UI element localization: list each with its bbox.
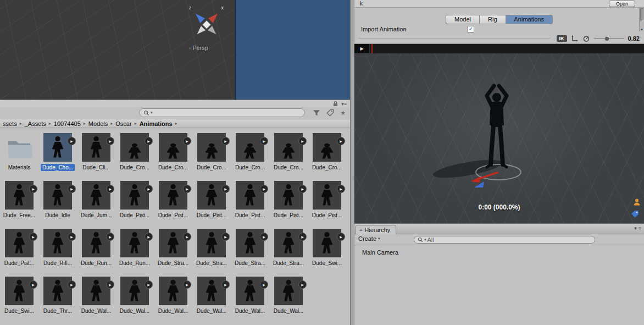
search-options-caret-icon[interactable]: ▾ <box>151 111 153 115</box>
asset-item-animation[interactable]: ▶ Dude_Pist... <box>154 181 192 229</box>
play-preview-icon[interactable]: ▶ <box>106 185 114 193</box>
play-preview-icon[interactable]: ▶ <box>68 233 76 241</box>
lock-icon[interactable] <box>333 101 338 107</box>
play-preview-icon[interactable]: ▶ <box>221 280 230 289</box>
asset-item-animation[interactable]: ▶ Dude_Jum... <box>77 181 115 229</box>
asset-item-animation[interactable]: ▶ Dude_Swi... <box>308 229 346 277</box>
play-preview-icon[interactable]: ▶ <box>183 137 191 145</box>
play-preview-icon[interactable]: ▶ <box>221 185 230 193</box>
tab-model[interactable]: Model <box>446 15 479 24</box>
hierarchy-search-input[interactable]: ▾ All <box>414 236 595 244</box>
play-preview-icon[interactable]: ▶ <box>298 233 307 241</box>
ik-toggle-button[interactable]: IK <box>557 35 567 42</box>
asset-item-animation[interactable]: ▶ Dude_Rifl... <box>38 229 77 277</box>
asset-item-animation[interactable]: ▶ Dude_Pist... <box>192 181 231 229</box>
play-preview-icon[interactable]: ▶ <box>68 185 76 193</box>
play-preview-icon[interactable]: ▶ <box>106 233 114 241</box>
asset-item-animation[interactable]: ▶ Dude_Pist... <box>115 181 154 229</box>
asset-item-animation[interactable]: ▶ Dude_Cro... <box>308 133 346 181</box>
hierarchy-item[interactable]: Main Camera <box>362 249 644 257</box>
asset-item-animation[interactable]: ▶ Dude_Pist... <box>308 181 346 229</box>
play-preview-icon[interactable]: ▶ <box>183 185 191 193</box>
asset-item-animation[interactable]: ▶ Dude_Cli... <box>77 133 115 181</box>
play-preview-icon[interactable]: ▶ <box>298 185 307 193</box>
asset-item-animation[interactable]: ▶ Dude_Pist... <box>269 181 308 229</box>
play-preview-icon[interactable]: ▶ <box>260 280 268 289</box>
asset-item-animation[interactable]: ▶ Dude_Thr... <box>38 277 77 324</box>
asset-item-animation[interactable]: ▶ Dude_Wal... <box>192 277 231 324</box>
asset-item-animation[interactable]: ▶ Dude_Cro... <box>115 133 154 181</box>
animation-preview-viewport[interactable]: 0:00 (000.0%) <box>354 53 644 224</box>
play-preview-icon[interactable]: ▶ <box>29 185 37 193</box>
asset-item-animation[interactable]: ▶ Dude_Wal... <box>231 277 269 324</box>
preview-timeline-slider[interactable] <box>359 38 551 39</box>
asset-item-animation[interactable]: ▶ Dude_Wal... <box>115 277 154 324</box>
play-preview-icon[interactable]: ▶ <box>260 185 268 193</box>
asset-item-animation[interactable]: ▶ Dude_Cro... <box>154 133 192 181</box>
tab-rig[interactable]: Rig <box>479 15 506 24</box>
search-filter-icon[interactable] <box>313 109 320 117</box>
play-preview-icon[interactable]: ▶ <box>145 280 153 289</box>
panel-menu-icon[interactable]: ▾≡ <box>341 101 347 107</box>
asset-item-animation[interactable]: ▶ Dude_Pist... <box>0 229 38 277</box>
scene-orientation-gizmo[interactable]: z x <box>181 3 232 44</box>
asset-item-animation[interactable]: ▶ Dude_Stra... <box>231 229 269 277</box>
gizmo-center-cube[interactable] <box>203 21 211 29</box>
gizmo-x-cone[interactable] <box>208 11 220 23</box>
asset-item-animation[interactable]: ▶ Dude_Stra... <box>192 229 231 277</box>
breadcrumb-item[interactable]: Animations ▸ <box>138 120 179 127</box>
play-preview-icon[interactable]: ▶ <box>106 137 114 145</box>
tag-icon[interactable] <box>631 210 639 218</box>
asset-item-folder[interactable]: Materials <box>0 133 38 181</box>
search-options-caret-icon[interactable]: ▾ <box>424 238 426 242</box>
hierarchy-panel-menu-icon[interactable]: ▾≡ <box>634 225 641 231</box>
play-preview-icon[interactable]: ▶ <box>145 233 153 241</box>
breadcrumb-item[interactable]: Models ▸ <box>87 120 114 127</box>
play-preview-icon[interactable]: ▶ <box>145 137 153 145</box>
asset-item-animation[interactable]: ▶ Dude_Wal... <box>154 277 192 324</box>
asset-item-animation[interactable]: ▶ Dude_Free... <box>0 181 38 229</box>
play-preview-icon[interactable]: ▶ <box>145 185 153 193</box>
create-button[interactable]: Create ▾ <box>358 235 380 242</box>
asset-item-animation[interactable]: ▶ Dude_Wal... <box>269 277 308 324</box>
gizmo-neg-cone-right[interactable] <box>208 26 218 36</box>
asset-item-animation[interactable]: ▶ Dude_Stra... <box>269 229 308 277</box>
asset-item-animation[interactable]: ▶ Dude_Swi... <box>0 277 38 324</box>
scene-projection-toggle[interactable]: ‹Persp <box>189 45 208 51</box>
game-view-panel[interactable] <box>235 0 350 100</box>
play-preview-icon[interactable]: ▶ <box>337 137 345 145</box>
asset-item-animation[interactable]: ▶ Dude_Wal... <box>77 277 115 324</box>
play-preview-icon[interactable]: ▶ <box>183 233 191 241</box>
asset-item-animation[interactable]: ▶ Dude_Cho... <box>38 133 77 181</box>
play-preview-icon[interactable]: ▶ <box>260 137 268 145</box>
panel-splitter[interactable] <box>350 0 354 325</box>
gizmo-neg-cone-left[interactable] <box>195 26 206 36</box>
import-animation-checkbox[interactable]: ✓ <box>468 26 474 32</box>
asset-item-animation[interactable]: ▶ Dude_Pist... <box>231 181 269 229</box>
asset-item-animation[interactable]: ▶ Dude_Run... <box>115 229 154 277</box>
playback-speed-icon[interactable] <box>582 35 590 42</box>
play-preview-icon[interactable]: ▶ <box>68 137 76 145</box>
timeline-playhead[interactable] <box>371 44 373 53</box>
asset-item-animation[interactable]: ▶ Dude_Cro... <box>269 133 308 181</box>
speed-slider-knob[interactable] <box>605 37 609 41</box>
breadcrumb-item[interactable]: _Assets ▸ <box>23 120 52 127</box>
play-preview-icon[interactable]: ▶ <box>221 137 230 145</box>
play-preview-icon[interactable]: ▶ <box>29 233 37 241</box>
breadcrumb-item[interactable]: 10074405 ▸ <box>52 120 87 127</box>
asset-item-animation[interactable]: ▶ Dude_Run... <box>77 229 115 277</box>
play-button[interactable]: ▶ <box>354 44 370 53</box>
play-preview-icon[interactable]: ▶ <box>106 280 114 289</box>
play-preview-icon[interactable]: ▶ <box>29 280 37 289</box>
project-search-input[interactable]: ▾ <box>139 108 305 117</box>
play-preview-icon[interactable]: ▶ <box>221 233 230 241</box>
asset-item-animation[interactable]: ▶ Dude_Cro... <box>192 133 231 181</box>
label-filter-icon[interactable] <box>326 109 334 117</box>
open-button[interactable]: Open <box>609 1 635 7</box>
play-preview-icon[interactable]: ▶ <box>183 280 191 289</box>
asset-item-animation[interactable]: ▶ Dude_Stra... <box>154 229 192 277</box>
play-preview-icon[interactable]: ▶ <box>337 185 345 193</box>
gizmo-z-cone[interactable] <box>193 11 205 23</box>
speed-slider[interactable] <box>594 35 624 42</box>
pivot-axis-icon[interactable] <box>571 35 579 42</box>
